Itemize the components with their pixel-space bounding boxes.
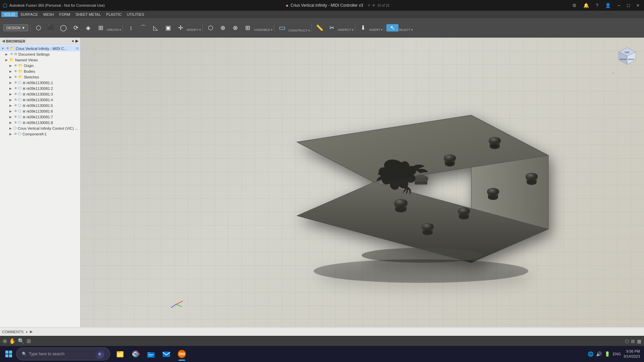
- comp3-eye-icon[interactable]: 👁: [14, 92, 17, 96]
- comments-expand-icon[interactable]: ▶: [30, 329, 33, 334]
- menu-item-surface[interactable]: SURFACE: [18, 12, 41, 17]
- chamfer-btn[interactable]: ◺: [150, 24, 162, 32]
- comp4-1-arrow-icon[interactable]: ▶: [9, 132, 13, 136]
- tree-root[interactable]: ▼ 👁 📁 Crius Vertical Infinity - MIDI C..…: [0, 46, 80, 51]
- minimize-button[interactable]: −: [615, 2, 622, 9]
- press-pull-btn[interactable]: ↕: [125, 24, 137, 32]
- comp8-arrow-icon[interactable]: ▶: [9, 121, 13, 124]
- tree-item-comp7[interactable]: ▶ 👁 ⬡ ▣ rk09k1130081:7: [0, 114, 80, 120]
- comp8-eye-icon[interactable]: 👁: [14, 121, 17, 124]
- section-analysis-btn[interactable]: ✂: [326, 24, 338, 32]
- fillet-btn[interactable]: ⌒: [137, 24, 149, 32]
- comp6-arrow-icon[interactable]: ▶: [9, 110, 13, 113]
- tree-item-comp6[interactable]: ▶ 👁 ⬡ ▣ rk09k1130081:6: [0, 108, 80, 114]
- comp1-eye-icon[interactable]: 👁: [14, 81, 17, 84]
- viewport[interactable]: ⌂ TOP FRONT RIGHT: [80, 38, 644, 327]
- tree-item-comp5[interactable]: ▶ 👁 ⬡ ▣ rk09k1130081:5: [0, 103, 80, 108]
- taskbar-search[interactable]: 🔍 Type here to search ⊕: [16, 348, 110, 360]
- tree-item-named-views[interactable]: ▶ 📁 Named Views: [0, 57, 80, 63]
- taskbar-app-explorer[interactable]: [144, 347, 158, 361]
- viewcube[interactable]: ⌂ TOP FRONT RIGHT: [610, 44, 637, 71]
- tree-item-comp4[interactable]: ▶ 👁 ⬡ ▣ rk09k1130081:4: [0, 97, 80, 103]
- account-icon[interactable]: 👤: [603, 2, 613, 9]
- select-btn[interactable]: ↖: [386, 24, 398, 32]
- comp2-arrow-icon[interactable]: ▶: [9, 87, 13, 90]
- bodies-arrow-icon[interactable]: ▶: [9, 70, 13, 73]
- settings-icon[interactable]: ⚙: [570, 2, 579, 9]
- named-views-arrow-icon[interactable]: ▶: [5, 58, 9, 62]
- sweep-btn[interactable]: ⟳: [70, 24, 82, 32]
- doc-settings-arrow-icon[interactable]: ▶: [5, 53, 9, 56]
- menu-item-solid[interactable]: SOLID: [1, 12, 18, 17]
- zoom-icon[interactable]: 🔍: [18, 338, 24, 344]
- bodies-eye-icon[interactable]: 👁: [14, 69, 17, 73]
- taskbar-clock[interactable]: 9:56 PM 3/14/2023: [624, 349, 640, 359]
- zoom-out-icon[interactable]: ⊞: [26, 338, 31, 344]
- sketches-eye-icon[interactable]: 👁: [14, 75, 17, 79]
- more-create-btn[interactable]: ⊞: [95, 24, 107, 32]
- comp5-arrow-icon[interactable]: ▶: [9, 104, 13, 107]
- browser-expand-icon[interactable]: ▶: [75, 39, 78, 43]
- menu-item-utilities[interactable]: UTILITIES: [124, 12, 147, 17]
- tree-item-bodies[interactable]: ▶ 👁 📁 Bodies: [0, 68, 80, 74]
- close-tab-icon[interactable]: ×: [368, 3, 370, 8]
- loft-btn[interactable]: ◈: [82, 24, 94, 32]
- extrude-btn[interactable]: ⬛: [45, 24, 57, 32]
- tree-item-origin[interactable]: ▶ 👁 📁 Origin: [0, 63, 80, 68]
- menu-item-mesh[interactable]: MESH: [41, 12, 57, 17]
- root-arrow-icon[interactable]: ▼: [1, 47, 5, 50]
- tree-item-comp4-1[interactable]: ▶ 👁 ⬡ Component4:1: [0, 131, 80, 137]
- tree-item-doc-settings[interactable]: ▶ 👁 ⚙ Document Settings: [0, 51, 80, 57]
- shell-btn[interactable]: ▣: [162, 24, 174, 32]
- comp7-eye-icon[interactable]: 👁: [14, 115, 17, 119]
- comp1-arrow-icon[interactable]: ▶: [9, 81, 13, 84]
- tree-item-comp2[interactable]: ▶ 👁 ⬡ ▣ rk09k1130081:2: [0, 85, 80, 91]
- orbit-icon[interactable]: ⊕: [3, 338, 7, 344]
- root-eye-icon[interactable]: 👁: [6, 47, 9, 50]
- comp4-arrow-icon[interactable]: ▶: [9, 98, 13, 102]
- origin-eye-icon[interactable]: 👁: [14, 64, 17, 67]
- tree-item-comp1[interactable]: ▶ 👁 ⬡ ▣ rk09k1130081:1: [0, 80, 80, 85]
- grid-icon[interactable]: ⊞: [631, 339, 635, 344]
- pan-icon[interactable]: ✋: [9, 338, 16, 344]
- lang-indicator[interactable]: ENG: [613, 352, 621, 356]
- sketches-arrow-icon[interactable]: ▶: [9, 75, 13, 79]
- measure-btn[interactable]: 📏: [314, 24, 326, 32]
- view-options-icon[interactable]: ▦: [637, 339, 641, 344]
- offset-plane-btn[interactable]: ▭: [276, 23, 288, 32]
- browser-hide-icon[interactable]: ●: [72, 39, 74, 43]
- insert-derive-btn[interactable]: ⬇: [357, 24, 369, 32]
- maximize-button[interactable]: □: [625, 2, 632, 9]
- menu-item-plastic[interactable]: PLASTIC: [104, 12, 124, 17]
- asbuilt-joint-btn[interactable]: ⊗: [229, 24, 241, 32]
- new-tab-icon[interactable]: +: [372, 2, 375, 8]
- rigid-group-btn[interactable]: ⊞: [242, 24, 254, 32]
- move-btn[interactable]: ✛: [174, 24, 186, 32]
- menu-item-sheet-metal[interactable]: SHEET METAL: [73, 12, 103, 17]
- viewcube-svg[interactable]: ⌂ TOP FRONT RIGHT: [610, 44, 641, 74]
- taskbar-app-chrome[interactable]: [128, 347, 143, 361]
- taskbar-app-files[interactable]: [113, 347, 127, 361]
- comp7-arrow-icon[interactable]: ▶: [9, 115, 13, 119]
- tree-item-comp8[interactable]: ▶ 👁 ⬡ ▣ rk09k1130081:8: [0, 120, 80, 125]
- joint-btn[interactable]: ⊕: [217, 24, 229, 32]
- crius-ctrl-arrow-icon[interactable]: ▶: [9, 127, 13, 130]
- tree-item-crius-ctrl[interactable]: ▶ ⬡ Crius Vertical Infinity Control (VIC…: [0, 125, 80, 131]
- revolve-btn[interactable]: ◯: [57, 24, 69, 32]
- comp3-arrow-icon[interactable]: ▶: [9, 93, 13, 96]
- display-mode-icon[interactable]: ⬡: [625, 339, 629, 344]
- close-button[interactable]: ×: [635, 2, 641, 9]
- origin-arrow-icon[interactable]: ▶: [9, 64, 13, 67]
- new-comp-assemble-btn[interactable]: ⬡: [205, 24, 217, 32]
- comp5-eye-icon[interactable]: 👁: [14, 104, 17, 107]
- comp2-eye-icon[interactable]: 👁: [14, 86, 17, 90]
- help-icon[interactable]: ?: [594, 2, 600, 9]
- menu-item-form[interactable]: FORM: [57, 12, 73, 17]
- comp4-1-eye-icon[interactable]: 👁: [14, 132, 17, 136]
- tree-item-sketches[interactable]: ▶ 👁 📁 Sketches: [0, 74, 80, 80]
- taskbar-app-mail[interactable]: [159, 347, 174, 361]
- root-settings-icon[interactable]: ⚙: [76, 47, 79, 50]
- browser-collapse-icon[interactable]: ◀: [2, 39, 5, 43]
- comp4-eye-icon[interactable]: 👁: [14, 98, 17, 102]
- tree-item-comp3[interactable]: ▶ 👁 ⬡ ▣ rk09k1130081:3: [0, 91, 80, 97]
